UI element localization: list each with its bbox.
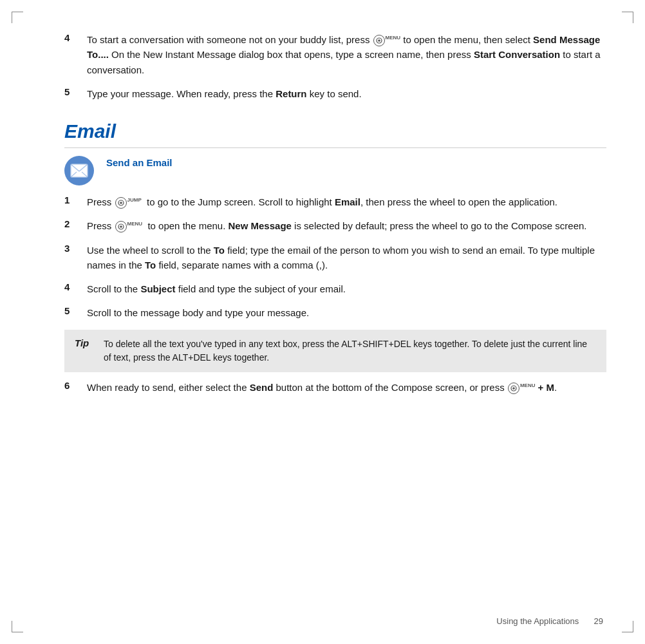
step-number-1: 1	[64, 194, 87, 205]
item-text-5: Type your message. When ready, press the…	[87, 86, 606, 101]
list-item: 3 Use the wheel to scroll to the To fiel…	[64, 243, 606, 273]
content-area: 4 To start a conversation with someone n…	[64, 32, 606, 612]
step-text-4: Scroll to the Subject field and type the…	[87, 281, 606, 296]
email-numbered-steps: 1 Press JUMP to go to the Jump screen. S…	[64, 194, 606, 321]
footer-text: Using the Applications	[496, 616, 579, 626]
corner-mark-bl	[12, 621, 23, 632]
step-number-5e: 5	[64, 305, 87, 316]
step-number-6: 6	[64, 380, 87, 391]
page-container: 4 To start a conversation with someone n…	[0, 0, 645, 644]
menu-label: MENU	[386, 35, 401, 41]
email-steps-container: Send an Email	[106, 155, 606, 168]
item-text-4: To start a conversation with someone not…	[87, 32, 606, 77]
plus-m: + M	[538, 382, 554, 393]
jump-label: JUMP	[127, 197, 142, 203]
menu-icon-2	[115, 221, 127, 232]
list-item: 5 Scroll to the message body and type yo…	[64, 305, 606, 320]
step-text-2: Press MENU to open the menu. New Message…	[87, 218, 606, 233]
list-item: 6 When ready to send, either select the …	[64, 380, 606, 395]
step-number-2: 2	[64, 218, 87, 229]
email-section-header: Send an Email	[64, 147, 606, 185]
list-item: 1 Press JUMP to go to the Jump screen. S…	[64, 194, 606, 209]
tip-text: To delete all the text you've typed in a…	[104, 337, 596, 365]
menu-label-6: MENU	[520, 383, 536, 388]
page-footer: Using the Applications 29	[496, 616, 603, 626]
step-text-1: Press JUMP to go to the Jump screen. Scr…	[87, 194, 606, 209]
step-text-6: When ready to send, either select the Se…	[87, 380, 606, 395]
step-text-5: Scroll to the message body and type your…	[87, 305, 606, 320]
footer-page-number: 29	[594, 616, 603, 626]
corner-mark-tr	[622, 12, 633, 23]
step-number-4: 4	[64, 281, 87, 292]
corner-mark-tl	[12, 12, 23, 23]
svg-point-1	[378, 39, 380, 42]
top-section: 4 To start a conversation with someone n…	[64, 32, 606, 101]
email-icon-container	[64, 155, 106, 185]
menu-label-2: MENU	[127, 221, 143, 227]
tip-box: Tip To delete all the text you've typed …	[64, 330, 606, 372]
svg-point-13	[512, 387, 515, 390]
corner-mark-br	[622, 621, 633, 632]
email-heading: Email	[64, 120, 606, 142]
item-number-5: 5	[64, 86, 87, 97]
svg-point-9	[120, 202, 122, 204]
jump-icon	[115, 197, 127, 209]
tip-label: Tip	[75, 337, 104, 348]
menu-icon-6	[508, 383, 519, 394]
list-item: 4 To start a conversation with someone n…	[64, 32, 606, 77]
menu-icon	[373, 35, 385, 46]
list-item: 5 Type your message. When ready, press t…	[64, 86, 606, 101]
step-number-3: 3	[64, 243, 87, 254]
step-text-3: Use the wheel to scroll to the To field;…	[87, 243, 606, 273]
svg-point-11	[120, 225, 122, 228]
item-number-4: 4	[64, 32, 87, 43]
email-section: Email	[64, 120, 606, 395]
envelope-icon	[64, 156, 94, 185]
list-item: 2 Press MENU to open the menu. New Messa…	[64, 218, 606, 233]
send-email-title: Send an Email	[106, 155, 606, 168]
list-item: 4 Scroll to the Subject field and type t…	[64, 281, 606, 296]
